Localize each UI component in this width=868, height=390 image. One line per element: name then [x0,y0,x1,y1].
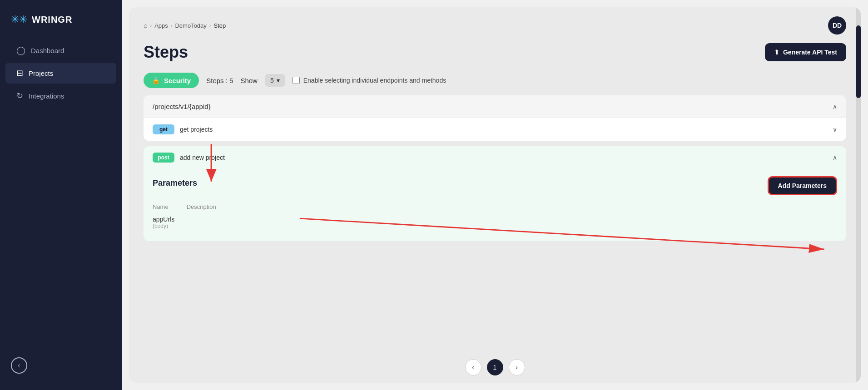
params-table: Name Description appUrls (body) [153,201,837,232]
toolbar: 🔒 Security Steps : 5 Show 5 ▾ Enable sel… [129,69,861,95]
integrations-icon: ↻ [16,91,23,101]
dashboard-icon: ◯ [16,45,25,55]
endpoint-checkbox-label[interactable]: Enable selecting individual endpoints an… [293,77,446,84]
main-area: ⌂ › Apps › DemoToday › Step DD Steps ⬆ G… [122,0,868,390]
next-icon: › [516,364,518,371]
breadcrumb-sep-1: › [150,23,152,28]
prev-page-button[interactable]: ‹ [465,359,481,375]
pagination: ‹ 1 › [129,352,861,383]
page-number: 1 [493,364,497,371]
security-label: Security [164,77,191,84]
param-name: appUrls [153,216,837,223]
collapse-icon: ‹ [18,361,20,370]
next-page-button[interactable]: › [509,359,525,375]
security-badge[interactable]: 🔒 Security [144,73,199,88]
endpoint-checkbox[interactable] [293,77,300,84]
api-content: /projects/v1/{appid} ∧ get get projects … [129,95,861,352]
logo-icon: ✳✳ [11,14,27,25]
get-method-badge: get [153,124,174,134]
generate-icon: ⬆ [774,49,779,56]
breadcrumb-apps[interactable]: Apps [154,22,168,29]
content-card: ⌂ › Apps › DemoToday › Step DD Steps ⬆ G… [129,7,861,383]
breadcrumb-sep-2: › [171,23,173,28]
sidebar-collapse-button[interactable]: ‹ [11,357,27,374]
endpoint-section-projects: /projects/v1/{appid} ∧ get get projects … [144,95,846,141]
prev-icon: ‹ [472,364,474,371]
show-value: 5 [270,77,274,84]
sidebar-item-label: Projects [29,69,53,77]
breadcrumb: ⌂ › Apps › DemoToday › Step [144,22,226,29]
page-title-row: Steps ⬆ Generate API Test [129,39,861,69]
endpoint-collapse-icon: ∧ [833,103,837,110]
col-name: Name [153,203,169,210]
breadcrumb-sep-3: › [209,23,211,28]
logo: ✳✳ WRINGR [0,9,122,39]
show-label: Show [240,77,258,84]
chevron-down-icon: ▾ [277,77,280,84]
show-select[interactable]: 5 ▾ [265,74,285,87]
home-icon[interactable]: ⌂ [144,22,147,29]
add-parameters-button[interactable]: Add Parameters [768,176,837,195]
page-1-button[interactable]: 1 [487,359,503,375]
post-endpoint-name: add new project [180,154,225,161]
endpoint-header-projects[interactable]: /projects/v1/{appid} ∧ [144,95,846,118]
parameters-title: Parameters [153,178,197,188]
post-row-left: post add new project [153,153,225,163]
col-description: Description [187,203,216,210]
params-header: Name Description [153,201,837,213]
generate-api-test-button[interactable]: ⬆ Generate API Test [765,43,846,61]
breadcrumb-demotoday[interactable]: DemoToday [175,22,206,29]
checkbox-text: Enable selecting individual endpoints an… [303,77,446,84]
sidebar-item-projects[interactable]: ⊟ Projects [5,63,116,84]
scrollbar[interactable] [856,7,861,383]
lock-icon: 🔒 [152,76,160,84]
content-header: ⌂ › Apps › DemoToday › Step DD [129,7,861,39]
sidebar-item-integrations[interactable]: ↻ Integrations [5,85,116,106]
logo-text: WRINGR [32,15,72,25]
sidebar: ✳✳ WRINGR ◯ Dashboard ⊟ Projects ↻ Integ… [0,0,122,390]
scrollbar-thumb [856,25,861,98]
post-body: Parameters Add Parameters Name Descripti… [144,169,846,241]
sidebar-item-label: Dashboard [31,47,64,54]
user-avatar[interactable]: DD [828,16,846,35]
post-section: post add new project ∧ Parameters Add Pa… [144,146,846,241]
get-endpoint-name: get projects [180,126,213,133]
endpoint-row-get[interactable]: get get projects ∨ [144,118,846,141]
breadcrumb-step: Step [214,22,226,29]
page-title: Steps [144,43,188,62]
get-expand-icon: ∨ [833,126,837,133]
post-header[interactable]: post add new project ∧ [144,146,846,169]
post-method-badge: post [153,153,174,163]
sidebar-item-label: Integrations [29,92,64,100]
steps-count: Steps : 5 [206,77,233,84]
projects-icon: ⊟ [16,68,23,78]
endpoint-row-left-get: get get projects [153,124,213,134]
param-location: (body) [153,223,837,229]
endpoint-path: /projects/v1/{appid} [153,103,211,110]
param-row-appurls: appUrls (body) [153,213,837,232]
sidebar-item-dashboard[interactable]: ◯ Dashboard [5,40,116,61]
post-collapse-icon: ∧ [833,154,837,161]
sidebar-bottom: ‹ [0,350,122,381]
